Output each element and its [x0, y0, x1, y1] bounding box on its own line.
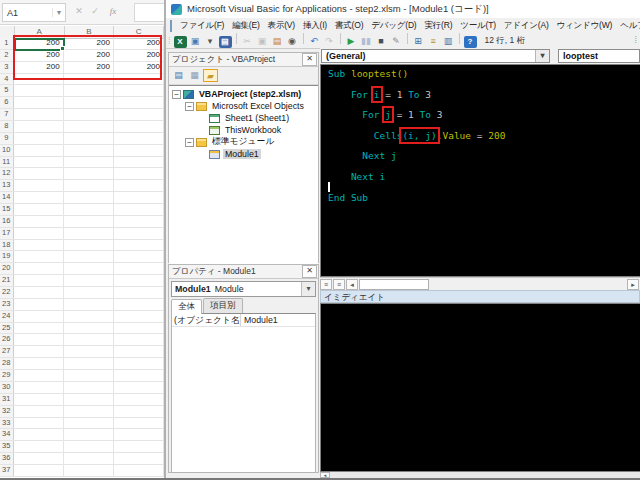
row-header-37[interactable]: 37 — [0, 465, 14, 476]
cell-B32[interactable] — [64, 406, 114, 417]
insert-object-dropdown-icon[interactable]: ▾ — [204, 35, 217, 47]
cell-C21[interactable] — [114, 275, 164, 286]
tree-item-thisworkbook[interactable]: ThisWorkbook — [169, 124, 318, 136]
cell-A20[interactable] — [14, 263, 64, 274]
cancel-icon[interactable]: ✕ — [72, 4, 86, 19]
cell-A15[interactable] — [14, 204, 64, 215]
row-header-33[interactable]: 33 — [0, 418, 14, 429]
menu-file[interactable]: ファイル(F) — [176, 20, 228, 30]
cell-B7[interactable] — [64, 109, 114, 120]
cell-A17[interactable] — [14, 228, 64, 239]
find-icon[interactable]: ◉ — [286, 35, 299, 47]
col-header-B[interactable]: B — [65, 26, 115, 38]
cell-C14[interactable] — [114, 192, 164, 203]
cell-A14[interactable] — [14, 192, 64, 203]
cell-B9[interactable] — [64, 133, 114, 144]
cell-C34[interactable] — [114, 429, 164, 440]
cell-B33[interactable] — [64, 418, 114, 429]
excel-icon[interactable]: X — [174, 36, 187, 48]
cell-B25[interactable] — [64, 323, 114, 334]
code-horizontal-scrollbar[interactable]: ≡ ≡ ◂ ▸ — [320, 277, 640, 291]
cell-C27[interactable] — [114, 346, 164, 357]
select-all-corner[interactable] — [0, 26, 15, 38]
row-header-16[interactable]: 16 — [0, 216, 14, 227]
cell-B37[interactable] — [64, 465, 114, 476]
cell-C4[interactable] — [114, 74, 164, 85]
cell-C33[interactable] — [114, 418, 164, 429]
cell-C11[interactable] — [114, 157, 164, 168]
cell-A11[interactable] — [14, 157, 64, 168]
object-combo-dropdown-icon[interactable]: ▾ — [535, 50, 549, 62]
cell-A32[interactable] — [14, 406, 64, 417]
row-header-34[interactable]: 34 — [0, 429, 14, 440]
cell-B3[interactable]: 200 — [64, 62, 114, 73]
cell-B8[interactable] — [64, 121, 114, 132]
formula-bar-input[interactable] — [134, 3, 166, 22]
tree-expander-icon[interactable]: − — [185, 102, 194, 111]
cell-A22[interactable] — [14, 287, 64, 298]
cell-B20[interactable] — [64, 263, 114, 274]
row-header-23[interactable]: 23 — [0, 299, 14, 310]
row-header-13[interactable]: 13 — [0, 180, 14, 191]
cell-C5[interactable] — [114, 85, 164, 96]
cell-C22[interactable] — [114, 287, 164, 298]
cell-B34[interactable] — [64, 429, 114, 440]
cell-C19[interactable] — [114, 251, 164, 262]
menu-tools[interactable]: ツール(T) — [456, 20, 500, 30]
object-browser-icon[interactable]: ▥ — [442, 35, 455, 47]
cell-C1[interactable]: 200 — [114, 38, 164, 49]
tree-item-excel-objects[interactable]: −Microsoft Excel Objects — [169, 100, 318, 112]
cell-C15[interactable] — [114, 204, 164, 215]
cell-A37[interactable] — [14, 465, 64, 476]
cell-B11[interactable] — [64, 157, 114, 168]
row-header-24[interactable]: 24 — [0, 311, 14, 322]
row-header-31[interactable]: 31 — [0, 394, 14, 405]
cell-A31[interactable] — [14, 394, 64, 405]
cell-B19[interactable] — [64, 251, 114, 262]
cell-C10[interactable] — [114, 145, 164, 156]
row-header-14[interactable]: 14 — [0, 192, 14, 203]
cell-C17[interactable] — [114, 228, 164, 239]
cell-C31[interactable] — [114, 394, 164, 405]
cell-C32[interactable] — [114, 406, 164, 417]
cell-C25[interactable] — [114, 323, 164, 334]
cell-C36[interactable] — [114, 453, 164, 464]
menu-format[interactable]: 書式(O) — [331, 20, 367, 30]
cell-A24[interactable] — [14, 311, 64, 322]
cell-B23[interactable] — [64, 299, 114, 310]
cell-A33[interactable] — [14, 418, 64, 429]
immediate-window[interactable] — [320, 303, 640, 472]
cell-B36[interactable] — [64, 453, 114, 464]
cell-C35[interactable] — [114, 441, 164, 452]
row-header-10[interactable]: 10 — [0, 145, 14, 156]
row-header-21[interactable]: 21 — [0, 275, 14, 286]
cut-icon[interactable]: ✂ — [241, 35, 254, 47]
object-combo[interactable]: (General) ▾ — [321, 49, 550, 63]
scrollbar-thumb[interactable] — [359, 279, 429, 290]
menu-run[interactable]: 実行(R) — [420, 20, 456, 30]
insert-object-icon[interactable]: ▣ — [189, 35, 202, 47]
project-panel-close-icon[interactable]: ✕ — [302, 53, 317, 66]
row-header-29[interactable]: 29 — [0, 370, 14, 381]
cell-C29[interactable] — [114, 370, 164, 381]
cell-C3[interactable]: 200 — [114, 62, 164, 73]
row-header-26[interactable]: 26 — [0, 334, 14, 345]
cell-A16[interactable] — [14, 216, 64, 227]
cell-A8[interactable] — [14, 121, 64, 132]
menu-help[interactable]: ヘルプ(H) — [616, 20, 640, 30]
row-header-36[interactable]: 36 — [0, 453, 14, 464]
cell-B17[interactable] — [64, 228, 114, 239]
undo-icon[interactable]: ↶ — [308, 35, 321, 47]
row-header-2[interactable]: 2 — [0, 50, 14, 61]
row-header-9[interactable]: 9 — [0, 133, 14, 144]
tree-expander-icon[interactable]: − — [185, 138, 194, 147]
row-header-7[interactable]: 7 — [0, 109, 14, 120]
cell-A28[interactable] — [14, 358, 64, 369]
cell-A27[interactable] — [14, 346, 64, 357]
cell-B24[interactable] — [64, 311, 114, 322]
cell-A6[interactable] — [14, 97, 64, 108]
menu-edit[interactable]: 編集(E) — [228, 20, 263, 30]
row-header-28[interactable]: 28 — [0, 358, 14, 369]
cell-C28[interactable] — [114, 358, 164, 369]
cell-B15[interactable] — [64, 204, 114, 215]
